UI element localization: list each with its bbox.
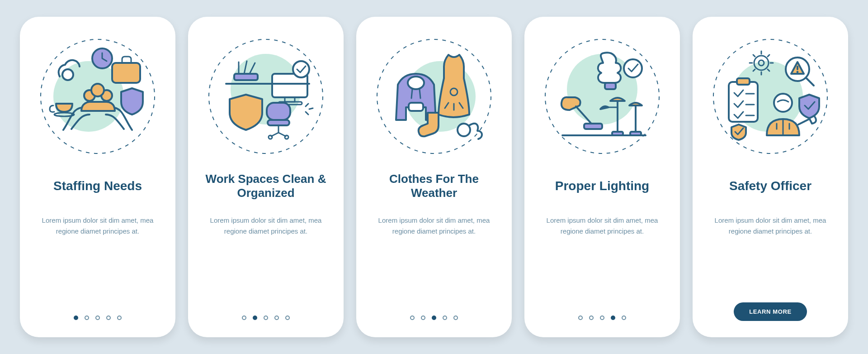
card-description: Lorem ipsum dolor sit dim amet, mea regi… bbox=[207, 215, 325, 237]
svg-rect-30 bbox=[584, 124, 602, 129]
card-description: Lorem ipsum dolor sit dim amet, mea regi… bbox=[543, 215, 661, 237]
card-title: Work Spaces Clean & Organized bbox=[202, 171, 330, 201]
pagination-dot[interactable] bbox=[421, 316, 425, 320]
svg-rect-41 bbox=[737, 78, 750, 85]
pagination-dot[interactable] bbox=[117, 316, 122, 320]
svg-point-19 bbox=[285, 135, 288, 139]
onboarding-row: Staffing Needs Lorem ipsum dolor sit dim… bbox=[20, 17, 848, 337]
pagination-dot[interactable] bbox=[95, 316, 100, 320]
pagination-dot[interactable] bbox=[106, 316, 111, 320]
svg-point-25 bbox=[458, 124, 470, 136]
pagination-dot[interactable] bbox=[622, 316, 626, 320]
pagination-dot[interactable] bbox=[253, 316, 257, 320]
pagination-dot[interactable] bbox=[432, 316, 436, 320]
onboarding-card: Proper Lighting Lorem ipsum dolor sit di… bbox=[524, 17, 680, 337]
onboarding-card: Work Spaces Clean & Organized Lorem ipsu… bbox=[188, 17, 344, 337]
onboarding-card: Clothes For The Weather Lorem ipsum dolo… bbox=[356, 17, 512, 337]
svg-rect-38 bbox=[797, 66, 798, 70]
pagination-dot[interactable] bbox=[242, 316, 246, 320]
onboarding-card: Safety Officer Lorem ipsum dolor sit dim… bbox=[693, 17, 848, 337]
card-description: Lorem ipsum dolor sit dim amet, mea regi… bbox=[39, 215, 156, 237]
svg-rect-15 bbox=[234, 74, 258, 80]
pagination-dot[interactable] bbox=[589, 316, 594, 320]
svg-rect-7 bbox=[112, 63, 140, 83]
pagination-dot[interactable] bbox=[264, 316, 268, 320]
card-description: Lorem ipsum dolor sit dim amet, mea regi… bbox=[712, 215, 829, 237]
card-title: Proper Lighting bbox=[555, 171, 649, 201]
pagination-dot[interactable] bbox=[285, 316, 290, 320]
svg-point-4 bbox=[91, 84, 104, 96]
pagination-dots bbox=[578, 316, 626, 320]
pagination-dot[interactable] bbox=[578, 316, 583, 320]
svg-point-39 bbox=[797, 71, 799, 73]
svg-point-18 bbox=[269, 135, 272, 139]
svg-rect-17 bbox=[268, 120, 289, 125]
pagination-dot[interactable] bbox=[274, 316, 279, 320]
pagination-dot[interactable] bbox=[611, 316, 615, 320]
pagination-dot[interactable] bbox=[453, 316, 458, 320]
pagination-dot[interactable] bbox=[443, 316, 447, 320]
pagination-dots bbox=[74, 316, 122, 320]
svg-rect-28 bbox=[605, 83, 616, 89]
card-title: Clothes For The Weather bbox=[370, 171, 498, 201]
svg-point-42 bbox=[774, 94, 792, 112]
safety-officer-icon bbox=[709, 35, 832, 158]
onboarding-card: Staffing Needs Lorem ipsum dolor sit dim… bbox=[20, 17, 175, 337]
card-title: Staffing Needs bbox=[53, 171, 142, 201]
svg-rect-24 bbox=[409, 103, 423, 111]
pagination-dot[interactable] bbox=[74, 316, 78, 320]
clothes-icon bbox=[373, 35, 495, 158]
pagination-dots bbox=[242, 316, 290, 320]
svg-point-5 bbox=[62, 69, 73, 80]
svg-point-29 bbox=[624, 59, 642, 77]
learn-more-button[interactable]: LEARN MORE bbox=[734, 302, 807, 321]
svg-point-14 bbox=[293, 61, 309, 77]
workspace-icon bbox=[204, 35, 327, 158]
lighting-icon bbox=[541, 35, 664, 158]
card-title: Safety Officer bbox=[729, 171, 811, 201]
pagination-dots bbox=[410, 316, 458, 320]
staffing-icon bbox=[36, 35, 159, 158]
svg-point-23 bbox=[408, 77, 424, 89]
pagination-dot[interactable] bbox=[85, 316, 89, 320]
pagination-dot[interactable] bbox=[600, 316, 604, 320]
pagination-dot[interactable] bbox=[410, 316, 415, 320]
svg-rect-16 bbox=[267, 103, 290, 120]
card-description: Lorem ipsum dolor sit dim amet, mea regi… bbox=[375, 215, 493, 237]
